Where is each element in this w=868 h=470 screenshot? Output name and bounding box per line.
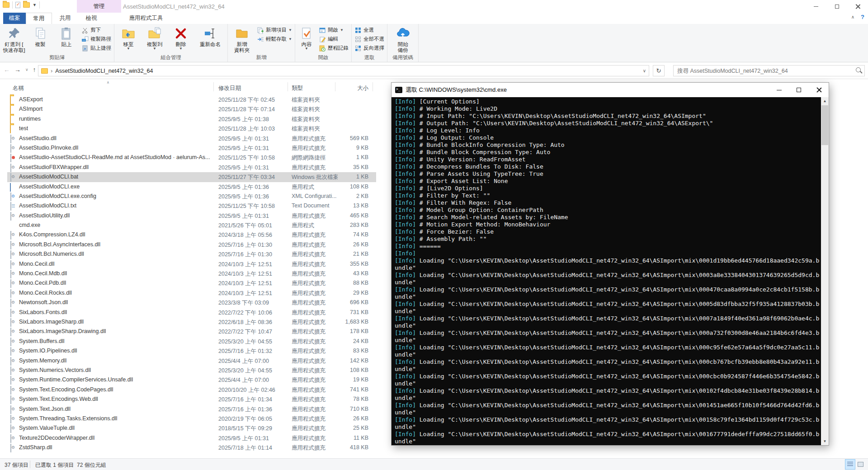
file-row[interactable]: ZstdSharp.dll 2025/7/18 上午 01:14 應用程式擴充 … — [0, 443, 389, 452]
up-arrow-icon[interactable]: ↑ — [33, 66, 36, 73]
column-header-size[interactable]: 大小 — [339, 85, 368, 92]
cut-button[interactable]: 剪下 — [81, 26, 111, 34]
file-row[interactable]: SixLabors.ImageSharp.dll 2022/6/18 上午 08… — [0, 317, 389, 327]
qat-customize-caret-icon[interactable]: ▼ — [33, 3, 37, 7]
help-icon[interactable]: ? — [861, 14, 864, 20]
file-row[interactable]: ASExport 2025/11/28 下午 02:45 檔案資料夾 — [0, 95, 389, 104]
maximize-button[interactable] — [826, 0, 847, 13]
file-row[interactable]: runtimes 2025/9/5 上午 01:38 檔案資料夾 — [0, 114, 389, 124]
file-row[interactable]: System.Runtime.CompilerServices.Unsafe.d… — [0, 375, 389, 385]
file-row[interactable]: Microsoft.Bcl.AsyncInterfaces.dll 2025/7… — [0, 240, 389, 249]
file-row[interactable]: AssetStudio.PInvoke.dll 2025/9/5 上午 01:3… — [0, 143, 389, 153]
paste-shortcut-button[interactable]: 貼上捷徑 — [81, 44, 111, 52]
open-button[interactable]: 開啟▼ — [319, 26, 349, 34]
move-to-button[interactable]: 移至▼ — [115, 25, 142, 54]
file-row[interactable]: SixLabors.Fonts.dll 2022/7/22 下午 10:06 應… — [0, 308, 389, 317]
search-box[interactable] — [673, 65, 865, 76]
file-row[interactable]: cmd.exe 2021/5/26 下午 05:01 應用程式 283 KB — [0, 221, 389, 230]
file-row[interactable]: SixLabors.ImageSharp.Drawing.dll 2022/7/… — [0, 327, 389, 336]
tab-file[interactable]: 檔案 — [3, 13, 26, 24]
delete-button[interactable]: 刪除▼ — [168, 25, 194, 54]
dll-icon — [10, 164, 11, 172]
history-button[interactable]: 歷程記錄 — [319, 44, 349, 52]
cmd-close-button[interactable] — [809, 83, 829, 97]
details-view-button[interactable] — [845, 460, 855, 469]
scroll-down-arrow-icon[interactable]: ▼ — [821, 437, 829, 445]
tab-view[interactable]: 檢視 — [78, 13, 104, 24]
file-row[interactable]: Mono.Cecil.dll 2024/10/3 上午 12:51 應用程式擴充… — [0, 259, 389, 269]
rename-button[interactable]: 重新命名 — [194, 25, 226, 54]
collapse-ribbon-icon[interactable]: ∧ — [851, 14, 854, 19]
thumbnails-view-button[interactable] — [856, 460, 865, 469]
copy-path-button[interactable]: 複製路徑 — [81, 35, 111, 43]
file-row[interactable]: System.ValueTuple.dll 2018/5/15 下午 09:29… — [0, 423, 389, 433]
file-row[interactable]: System.Text.Json.dll 2025/7/16 上午 01:36 … — [0, 404, 389, 414]
edit-button[interactable]: 編輯 — [319, 35, 349, 43]
close-button[interactable] — [847, 0, 868, 13]
address-bar[interactable]: › AssetStudioModCLI_net472_win32_64 ∨ — [38, 65, 649, 76]
column-header-date[interactable]: 修改日期 — [218, 85, 241, 92]
file-row[interactable]: test 2025/11/28 上午 10:03 檔案資料夾 — [0, 124, 389, 133]
file-row[interactable]: AssetStudioFBXWrapper.dll 2025/9/5 上午 01… — [0, 163, 389, 172]
cmd-minimize-button[interactable] — [769, 83, 789, 97]
file-row[interactable]: Microsoft.Bcl.Numerics.dll 2025/7/16 上午 … — [0, 249, 389, 259]
column-header-name[interactable]: 名稱 — [13, 85, 24, 92]
select-none-button[interactable]: 全部不選 — [354, 35, 384, 43]
file-row[interactable]: System.Buffers.dll 2025/3/20 上午 04:55 應用… — [0, 337, 389, 346]
file-row[interactable]: System.Text.Encoding.CodePages.dll 2020/… — [0, 385, 389, 395]
new-folder-button[interactable]: 新增資料夾 — [229, 25, 255, 54]
file-row[interactable]: Mono.Cecil.Rocks.dll 2024/10/3 上午 12:51 … — [0, 288, 389, 298]
select-all-button[interactable]: 全選 — [354, 26, 384, 34]
paste-shortcut-icon — [81, 45, 89, 52]
paste-button[interactable]: 貼上 — [53, 25, 80, 54]
recent-locations-caret-icon[interactable]: ∨ — [25, 67, 28, 72]
pin-to-quick-access-button[interactable]: 釘選到 [快速存取] — [1, 25, 27, 54]
cmd-maximize-button[interactable] — [789, 83, 809, 97]
file-row[interactable]: Mono.Cecil.Pdb.dll 2024/10/3 上午 12:51 應用… — [0, 278, 389, 288]
file-row[interactable]: AssetStudioModCLI.exe 2025/9/5 上午 01:36 … — [0, 182, 389, 192]
minimize-button[interactable] — [806, 0, 826, 13]
file-row[interactable]: K4os.Compression.LZ4.dll 2024/3/18 上午 05… — [0, 230, 389, 240]
file-row[interactable]: System.Numerics.Vectors.dll 2025/3/20 上午… — [0, 366, 389, 375]
file-row[interactable]: AssetStudioModCLI.txt 2025/11/25 下午 10:5… — [0, 201, 389, 211]
scroll-up-arrow-icon[interactable]: ▲ — [821, 97, 829, 105]
file-row[interactable]: AssetStudioModCLI.bat 2025/11/27 下午 03:3… — [0, 172, 389, 182]
back-arrow-icon[interactable]: ← — [4, 66, 10, 73]
file-row[interactable]: ASImport 2025/11/28 下午 07:14 檔案資料夾 — [0, 104, 389, 114]
new-folder-qat-icon[interactable] — [23, 2, 30, 8]
copy-button[interactable]: 複製 — [27, 25, 53, 54]
file-row[interactable]: AssetStudio.dll 2025/9/5 上午 01:31 應用程式擴充… — [0, 134, 389, 143]
breadcrumb[interactable]: AssetStudioModCLI_net472_win32_64 — [55, 68, 153, 74]
tab-home[interactable]: 常用 — [26, 13, 52, 24]
console-scrollbar[interactable]: ▲ ▼ — [821, 97, 829, 445]
file-row[interactable]: Newtonsoft.Json.dll 2023/3/8 下午 03:09 應用… — [0, 298, 389, 307]
file-row[interactable]: AssetStudio-AssetStudioCLI-ReadMe.md at … — [0, 153, 389, 162]
copy-to-button[interactable]: 複製到▼ — [142, 25, 168, 54]
cmd-titlebar[interactable]: 選取 C:\WINDOWS\system32\cmd.exe — [392, 83, 829, 97]
tab-application-tools[interactable]: 應用程式工具 — [121, 13, 171, 24]
file-row[interactable]: Mono.Cecil.Mdb.dll 2024/10/3 上午 12:51 應用… — [0, 269, 389, 278]
column-header-type[interactable]: 類型 — [292, 85, 303, 92]
tab-share[interactable]: 共用 — [52, 13, 78, 24]
forward-arrow-icon[interactable]: → — [14, 66, 21, 73]
properties-button[interactable]: 內容▼ — [296, 25, 317, 54]
new-item-button[interactable]: 新增項目▼ — [257, 26, 292, 34]
file-row[interactable]: AssetStudioUtility.dll 2025/9/5 上午 01:31… — [0, 211, 389, 221]
console-output[interactable]: [Info] [Current Options][Info] # Working… — [392, 97, 829, 445]
file-row[interactable]: AssetStudioModCLI.exe.config 2025/9/5 上午… — [0, 192, 389, 201]
file-row[interactable]: Texture2DDecoderWrapper.dll 2025/9/5 上午 … — [0, 433, 389, 443]
address-dropdown-caret-icon[interactable]: ∨ — [643, 68, 646, 73]
refresh-button[interactable]: ↻ — [653, 65, 665, 76]
scrollbar-thumb[interactable] — [821, 105, 828, 145]
explorer-titlebar: ▼ 管理 AssetStudioModCLI_net472_win32_64 — [0, 0, 868, 13]
file-row[interactable]: System.Text.Encodings.Web.dll 2025/7/16 … — [0, 395, 389, 404]
file-row[interactable]: System.Threading.Tasks.Extensions.dll 20… — [0, 414, 389, 423]
properties-qat-icon[interactable] — [15, 2, 20, 8]
file-row[interactable]: System.Memory.dll 2025/4/4 上午 07:00 應用程式… — [0, 356, 389, 366]
rename-icon — [203, 26, 217, 41]
search-input[interactable] — [674, 68, 854, 74]
invert-selection-button[interactable]: 反向選擇 — [354, 44, 384, 52]
start-backup-button[interactable]: 開始備份 — [388, 25, 417, 54]
easy-access-button[interactable]: 輕鬆存取▼ — [257, 35, 292, 43]
file-row[interactable]: System.IO.Pipelines.dll 2025/7/16 上午 01:… — [0, 346, 389, 356]
